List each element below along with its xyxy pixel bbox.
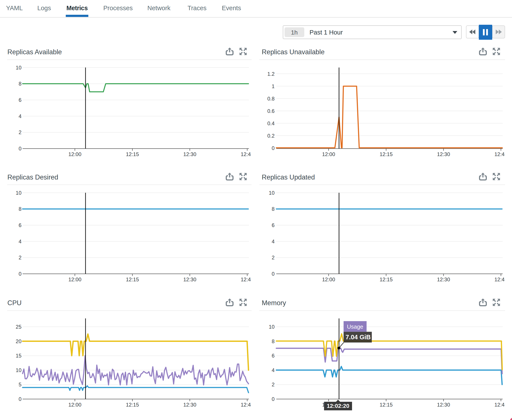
svg-text:8: 8 <box>19 206 22 212</box>
svg-text:0: 0 <box>19 396 22 402</box>
svg-text:1h: 1h <box>291 29 297 36</box>
svg-text:0: 0 <box>272 145 275 151</box>
svg-text:12:15: 12:15 <box>380 402 393 408</box>
svg-text:1: 1 <box>272 83 275 89</box>
svg-text:0: 0 <box>19 271 22 277</box>
svg-text:12:02:20: 12:02:20 <box>327 403 349 409</box>
svg-text:10: 10 <box>269 324 275 330</box>
svg-text:12:00: 12:00 <box>68 402 82 408</box>
svg-text:25: 25 <box>16 324 22 330</box>
svg-text:12:30: 12:30 <box>183 402 196 408</box>
svg-text:4: 4 <box>272 367 275 373</box>
svg-text:0.6: 0.6 <box>267 108 275 114</box>
svg-text:2: 2 <box>19 255 22 261</box>
svg-text:12:15: 12:15 <box>126 151 139 157</box>
svg-text:CPU: CPU <box>7 299 22 307</box>
svg-text:8: 8 <box>19 81 22 87</box>
svg-text:0: 0 <box>272 271 275 277</box>
svg-text:0.2: 0.2 <box>267 133 275 139</box>
svg-text:Replicas Unavailable: Replicas Unavailable <box>262 48 325 56</box>
svg-text:Processes: Processes <box>103 5 133 12</box>
svg-text:YAML: YAML <box>6 5 23 12</box>
svg-text:0.4: 0.4 <box>267 120 275 126</box>
svg-text:Network: Network <box>147 5 171 12</box>
svg-text:Events: Events <box>222 5 241 12</box>
svg-text:20: 20 <box>16 338 22 344</box>
svg-text:10: 10 <box>16 65 22 71</box>
svg-text:0: 0 <box>272 396 275 402</box>
svg-text:12:30: 12:30 <box>183 151 196 157</box>
svg-text:12:00: 12:00 <box>322 151 335 157</box>
svg-text:10: 10 <box>16 367 22 373</box>
svg-text:Memory: Memory <box>262 299 286 307</box>
svg-text:4: 4 <box>19 113 22 119</box>
svg-text:15: 15 <box>16 353 22 359</box>
svg-text:2: 2 <box>272 255 275 261</box>
svg-text:Replicas Desired: Replicas Desired <box>7 173 58 181</box>
svg-text:2: 2 <box>272 382 275 387</box>
svg-text:10: 10 <box>269 190 275 196</box>
svg-text:6: 6 <box>19 97 22 103</box>
svg-text:Usage: Usage <box>347 323 363 330</box>
svg-text:6: 6 <box>19 222 22 228</box>
svg-text:12:00: 12:00 <box>68 151 82 157</box>
svg-text:12:15: 12:15 <box>380 151 393 157</box>
svg-text:Replicas Updated: Replicas Updated <box>262 173 315 181</box>
svg-text:6: 6 <box>272 222 275 228</box>
svg-text:2: 2 <box>19 129 22 135</box>
svg-text:12:15: 12:15 <box>126 277 139 282</box>
svg-text:4: 4 <box>19 239 22 244</box>
svg-text:Traces: Traces <box>187 5 207 12</box>
svg-text:10: 10 <box>16 190 22 196</box>
svg-text:7.04 GiB: 7.04 GiB <box>346 334 371 341</box>
svg-text:Replicas Available: Replicas Available <box>7 48 62 56</box>
svg-text:12:00: 12:00 <box>68 277 82 282</box>
svg-text:6: 6 <box>272 353 275 359</box>
svg-text:12:30: 12:30 <box>437 151 450 157</box>
svg-text:12:15: 12:15 <box>126 402 139 408</box>
svg-text:12:30: 12:30 <box>183 277 196 282</box>
svg-text:0.8: 0.8 <box>267 96 275 102</box>
svg-text:12:30: 12:30 <box>437 277 450 282</box>
svg-text:Past 1 Hour: Past 1 Hour <box>310 29 343 36</box>
svg-text:12:30: 12:30 <box>437 402 450 408</box>
svg-text:8: 8 <box>272 338 275 344</box>
svg-text:12:00: 12:00 <box>322 277 335 282</box>
svg-text:8: 8 <box>272 206 275 212</box>
svg-text:Metrics: Metrics <box>67 5 88 12</box>
svg-text:0: 0 <box>19 146 22 151</box>
svg-text:5: 5 <box>19 382 22 387</box>
svg-text:Logs: Logs <box>37 5 51 12</box>
svg-text:12:15: 12:15 <box>380 277 393 282</box>
svg-text:1.2: 1.2 <box>267 71 275 77</box>
svg-text:4: 4 <box>272 239 275 244</box>
